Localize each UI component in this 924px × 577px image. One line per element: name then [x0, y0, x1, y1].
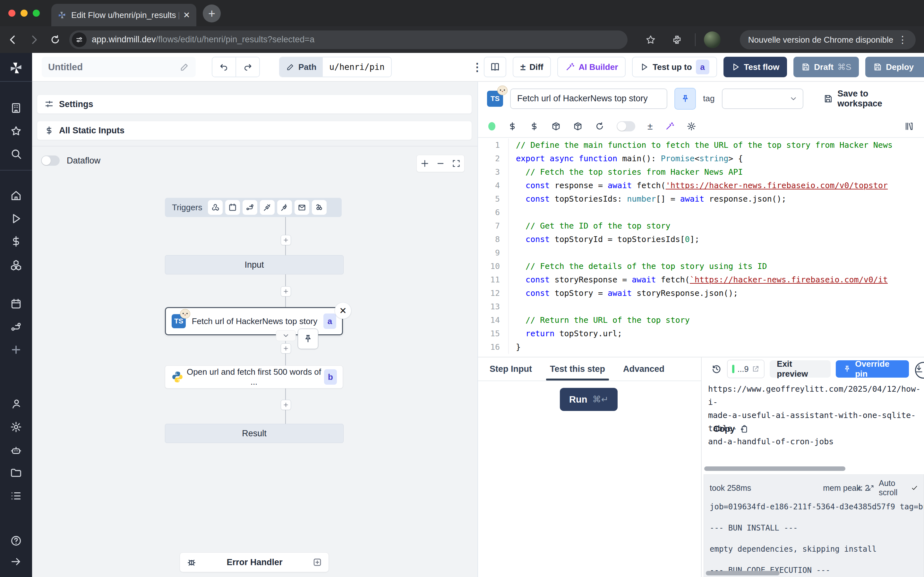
windmill-logo[interactable] — [9, 61, 23, 75]
browser-tab[interactable]: Edit Flow u/henri/pin_results | ✕ — [51, 4, 196, 26]
sidebar-item-home[interactable] — [9, 189, 23, 203]
reload-icon[interactable] — [595, 121, 604, 131]
horizontal-scrollbar[interactable] — [704, 466, 845, 471]
chrome-menu-icon[interactable]: ⋮ — [898, 35, 907, 45]
more-options-icon[interactable]: ⋮ — [472, 61, 483, 73]
tab-close-icon[interactable]: ✕ — [183, 10, 190, 20]
log-horizontal-scrollbar[interactable] — [706, 571, 780, 575]
undo-button[interactable] — [212, 57, 236, 77]
bookmark-star-icon[interactable] — [642, 31, 659, 48]
macos-minimize-button[interactable] — [21, 10, 27, 17]
result-node[interactable]: Result — [165, 424, 344, 443]
save-to-workspace-button[interactable]: Save to workspace — [823, 89, 915, 109]
sidebar-item-runs[interactable] — [9, 211, 23, 226]
editor-settings-gear-icon[interactable] — [687, 121, 696, 131]
tab-step-input[interactable]: Step Input — [489, 358, 532, 380]
package-icon[interactable] — [573, 121, 583, 131]
sidebar-item-folders[interactable] — [9, 466, 23, 480]
schedule-trigger-icon[interactable] — [225, 200, 240, 215]
ai-wand-icon[interactable] — [665, 121, 674, 131]
pin-toggle-button[interactable] — [674, 88, 696, 110]
test-flow-button[interactable]: Test flow — [724, 57, 787, 77]
sidebar-item-variables[interactable] — [9, 234, 23, 248]
ai-builder-button[interactable]: AI Builder — [557, 57, 626, 77]
fit-view-icon[interactable] — [452, 159, 461, 168]
expand-logs-icon[interactable] — [867, 484, 874, 492]
error-handler-node[interactable]: Error Handler — [180, 552, 329, 572]
insert-step-button[interactable] — [281, 400, 291, 410]
help-icon[interactable] — [9, 534, 23, 548]
forward-icon[interactable] — [26, 31, 42, 48]
new-tab-button[interactable]: + — [203, 5, 221, 23]
insert-step-button[interactable] — [281, 343, 291, 354]
job-id-badge[interactable]: ...9 — [727, 359, 765, 378]
copy-result-button[interactable]: Copy — [713, 424, 748, 434]
log-panel[interactable]: took 258ms mem peak: 2 Auto scroll job=0… — [704, 474, 924, 577]
result-output[interactable]: https://www.geoffreylitt.com/2025/04/12/… — [708, 382, 920, 448]
sidebar-item-user[interactable] — [9, 397, 23, 411]
step-name-input[interactable] — [510, 89, 667, 109]
step-node-b[interactable]: Open url and fetch first 500 words of ..… — [165, 366, 343, 388]
site-settings-icon[interactable] — [72, 32, 87, 47]
edit-pencil-icon[interactable] — [180, 62, 189, 72]
history-icon[interactable] — [711, 364, 722, 374]
search-icon[interactable] — [9, 147, 23, 161]
sidebar-item-flows[interactable] — [9, 320, 23, 334]
sidebar-item-audit-logs[interactable] — [9, 489, 23, 503]
collapse-step-icon[interactable] — [276, 330, 296, 341]
macos-close-button[interactable] — [8, 10, 15, 17]
watch-trigger-icon[interactable] — [312, 200, 326, 215]
redo-button[interactable] — [236, 57, 259, 77]
zoom-in-icon[interactable] — [420, 159, 429, 168]
exit-preview-button[interactable]: Exit preview — [770, 360, 830, 378]
docs-book-button[interactable] — [484, 57, 506, 77]
back-icon[interactable] — [5, 31, 21, 48]
route-trigger-icon[interactable] — [242, 200, 257, 215]
sidebar-item-workers[interactable] — [9, 443, 23, 458]
insert-step-button[interactable] — [281, 235, 291, 245]
sidebar-item-favorites[interactable] — [9, 124, 23, 138]
profile-avatar[interactable] — [704, 31, 720, 48]
pinned-step-badge[interactable] — [298, 329, 318, 349]
input-node[interactable]: Input — [165, 255, 344, 274]
tab-test-this-step[interactable]: Test this step — [550, 358, 605, 380]
all-static-inputs-row[interactable]: All Static Inputs — [37, 121, 472, 140]
diff-button[interactable]: ±Diff — [513, 57, 551, 77]
deploy-button[interactable]: Deploy — [865, 57, 924, 77]
path-button[interactable]: Path u/henri/pin — [279, 57, 392, 77]
plus-minus-icon[interactable]: ± — [648, 121, 653, 132]
test-up-to-button[interactable]: Test up to a — [632, 57, 717, 77]
sidebar-add-icon[interactable] — [9, 343, 23, 357]
email-trigger-icon[interactable] — [294, 200, 309, 215]
chrome-update-button[interactable]: Nouvelle version de Chrome disponible ⋮ — [740, 30, 916, 49]
dataflow-toggle[interactable] — [41, 155, 60, 166]
flow-settings-row[interactable]: Settings — [37, 95, 472, 114]
sidebar-item-schedules[interactable] — [9, 297, 23, 311]
download-logs-icon[interactable] — [856, 484, 863, 492]
library-icon[interactable] — [904, 121, 914, 131]
triggers-node[interactable]: Triggers — [165, 198, 342, 217]
flow-title-box[interactable]: Untitled — [42, 57, 196, 77]
sidebar-item-workspace[interactable] — [9, 101, 23, 115]
diff-mode-toggle[interactable] — [617, 121, 635, 131]
webhook-trigger-icon[interactable] — [208, 200, 223, 215]
delete-step-button[interactable]: ✕ — [334, 302, 351, 319]
tab-advanced[interactable]: Advanced — [623, 358, 664, 380]
run-button[interactable]: Run ⌘↵ — [560, 388, 618, 411]
websocket-trigger-icon[interactable] — [260, 200, 275, 215]
kafka-trigger-icon[interactable] — [277, 200, 292, 215]
macos-zoom-button[interactable] — [33, 10, 40, 17]
url-bar[interactable]: app.windmill.dev/flows/edit/u/henri/pin_… — [69, 31, 628, 49]
variables-icon[interactable] — [507, 121, 517, 131]
add-error-handler-icon[interactable] — [312, 558, 322, 567]
zoom-out-icon[interactable] — [436, 159, 445, 168]
check-icon[interactable] — [911, 484, 918, 492]
extensions-icon[interactable] — [669, 31, 685, 48]
tag-select[interactable] — [722, 89, 804, 109]
insert-step-button[interactable] — [281, 286, 291, 297]
resources-dollar-icon[interactable] — [529, 121, 539, 131]
draft-button[interactable]: Draft ⌘S — [793, 57, 859, 77]
sidebar-item-resources[interactable] — [9, 258, 23, 272]
package-icon[interactable] — [551, 121, 561, 131]
reload-icon[interactable] — [47, 31, 63, 48]
